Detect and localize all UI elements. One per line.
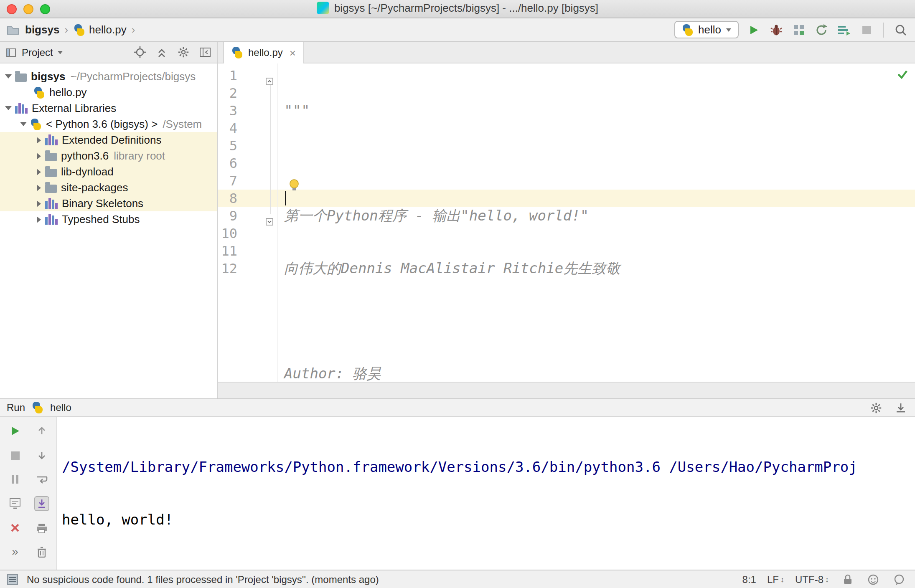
library-icon <box>15 103 28 114</box>
window-title: bigsys [~/PycharmProjects/bigsys] - .../… <box>334 1 598 14</box>
run-config-label: hello <box>50 402 71 413</box>
run-config-selector[interactable]: hello <box>674 21 739 38</box>
circle-arrow-icon <box>815 23 828 36</box>
chevron-collapsed-icon[interactable] <box>32 184 45 191</box>
close-icon[interactable]: × <box>290 47 296 58</box>
chevron-collapsed-icon[interactable] <box>32 200 45 207</box>
collapse-all-button[interactable] <box>154 45 169 60</box>
chevron-collapsed-icon[interactable] <box>32 216 45 223</box>
tree-label: < Python 3.6 (bigsys) > <box>46 118 158 130</box>
fold-marker-end[interactable] <box>266 212 273 230</box>
locate-file-button[interactable] <box>132 45 147 60</box>
docstring-text: 第一个Python程序 - 输出"hello, world!" <box>284 207 589 224</box>
chevron-collapsed-icon[interactable] <box>32 137 45 143</box>
readonly-toggle[interactable] <box>840 572 855 587</box>
project-panel-header[interactable]: Project <box>0 42 217 63</box>
search-everywhere-button[interactable] <box>893 22 908 37</box>
close-run-panel-button[interactable] <box>8 520 23 535</box>
fold-marker-start[interactable] <box>266 72 273 89</box>
event-log-button[interactable] <box>892 572 907 587</box>
tree-item-hello-py[interactable]: hello.py <box>0 84 217 100</box>
docstring-text: 向伟大的Dennis MacAlistair Ritchie先生致敬 <box>284 260 620 276</box>
tree-item-binary-skeletons[interactable]: Binary Skeletons <box>0 195 217 211</box>
scroll-to-end-button[interactable] <box>34 496 49 511</box>
down-stacktrace-button[interactable] <box>34 448 49 463</box>
run-toolbar-right <box>28 417 55 570</box>
editor-scrollbar-track[interactable] <box>218 382 915 398</box>
python-icon <box>30 118 42 130</box>
tree-label: Binary Skeletons <box>62 197 143 210</box>
tab-hello-py[interactable]: hello.py × <box>223 42 304 63</box>
window-title-wrap: bigsys [~/PycharmProjects/bigsys] - .../… <box>0 1 915 16</box>
gear-icon <box>177 46 189 58</box>
run-with-coverage-button[interactable] <box>791 22 806 37</box>
encoding-widget[interactable]: UTF-8 ↕ <box>795 573 829 585</box>
breadcrumb-separator: › <box>132 23 135 36</box>
line-number: 4 <box>218 119 277 137</box>
run-toolbar-left: » <box>2 417 28 570</box>
run-panel-title: Run <box>7 402 25 413</box>
code-area[interactable]: """ 第一个Python程序 - 输出"hello, world!" 向伟大的… <box>278 63 915 382</box>
chevron-down-icon <box>58 51 63 54</box>
python-file-icon <box>73 24 85 35</box>
titlebar: bigsys [~/PycharmProjects/bigsys] - .../… <box>0 0 915 18</box>
pause-output-button[interactable] <box>8 472 23 487</box>
run-button[interactable] <box>746 22 761 37</box>
inspections-ok-icon[interactable] <box>897 67 908 84</box>
highlighting-level-button[interactable] <box>866 572 881 587</box>
line-number: 7 <box>218 172 277 190</box>
hide-panel-button[interactable] <box>197 45 212 60</box>
status-bar: No suspicious code found. 1 files proces… <box>0 570 915 588</box>
tree-item-site-packages[interactable]: site-packages <box>0 180 217 195</box>
project-view-icon <box>5 46 17 58</box>
tree-item-typeshed-stubs[interactable]: Typeshed Stubs <box>0 211 217 227</box>
breadcrumb-project[interactable]: bigsys <box>25 23 59 36</box>
chevron-collapsed-icon[interactable] <box>32 168 45 175</box>
breadcrumb-file[interactable]: hello.py <box>73 23 127 36</box>
rerun-button[interactable] <box>8 423 23 438</box>
code-editor[interactable]: 1 2 3 4 5 6 7 8 9 10 11 12 <box>218 63 915 382</box>
editor-gutter[interactable]: 1 2 3 4 5 6 7 8 9 10 11 12 <box>218 63 278 382</box>
caret-position-widget[interactable]: 8:1 <box>742 573 756 585</box>
tree-item-python-sdk[interactable]: < Python 3.6 (bigsys) > /System <box>0 116 217 132</box>
debug-button[interactable] <box>769 22 784 37</box>
run-panel-header[interactable]: Run hello <box>0 399 915 417</box>
tree-item-python36-root[interactable]: python3.6 library root <box>0 148 217 164</box>
run-toolbar: » <box>0 417 57 570</box>
tree-item-external-libraries[interactable]: External Libraries <box>0 100 217 116</box>
chevron-expanded-icon[interactable] <box>2 74 15 79</box>
line-separator-widget[interactable]: LF ↕ <box>767 573 784 585</box>
run-console[interactable]: /System/Library/Frameworks/Python.framew… <box>57 417 915 570</box>
chevron-collapsed-icon[interactable] <box>32 152 45 159</box>
status-message[interactable]: No suspicious code found. 1 files proces… <box>27 573 379 585</box>
print-button[interactable] <box>34 520 49 535</box>
pycharm-window: bigsys [~/PycharmProjects/bigsys] - .../… <box>0 0 915 588</box>
stop-process-button[interactable] <box>8 448 23 463</box>
soft-wrap-button[interactable] <box>34 472 49 487</box>
show-console-button[interactable] <box>8 496 23 511</box>
toolbar-right: hello <box>674 21 908 38</box>
toolwindow-switcher-button[interactable] <box>5 572 20 587</box>
chevron-expanded-icon[interactable] <box>17 122 30 126</box>
tree-item-bigsys[interactable]: bigsys ~/PycharmProjects/bigsys <box>0 68 217 84</box>
run-settings-button[interactable] <box>868 400 883 415</box>
gear-icon <box>869 401 882 414</box>
profiler-button[interactable] <box>814 22 829 37</box>
coverage-grid-icon <box>792 23 806 36</box>
thread-lines-icon <box>837 23 851 36</box>
run-panel-body: » <box>0 417 915 570</box>
intention-bulb-icon[interactable] <box>288 179 300 196</box>
tree-item-lib-dynload[interactable]: lib-dynload <box>0 164 217 180</box>
tree-item-extended-definitions[interactable]: Extended Definitions <box>0 132 217 148</box>
stop-button[interactable] <box>859 22 874 37</box>
close-icon <box>10 523 20 533</box>
clear-all-button[interactable] <box>34 545 49 560</box>
chevron-expanded-icon[interactable] <box>2 106 15 110</box>
minimize-icon <box>895 402 907 413</box>
up-stacktrace-button[interactable] <box>34 423 49 438</box>
panel-settings-button[interactable] <box>175 45 191 60</box>
more-actions-icon[interactable]: » <box>12 545 18 558</box>
console-command-line: /System/Library/Frameworks/Python.framew… <box>62 459 915 476</box>
hide-run-panel-button[interactable] <box>893 400 908 415</box>
concurrency-diagram-button[interactable] <box>836 22 851 37</box>
